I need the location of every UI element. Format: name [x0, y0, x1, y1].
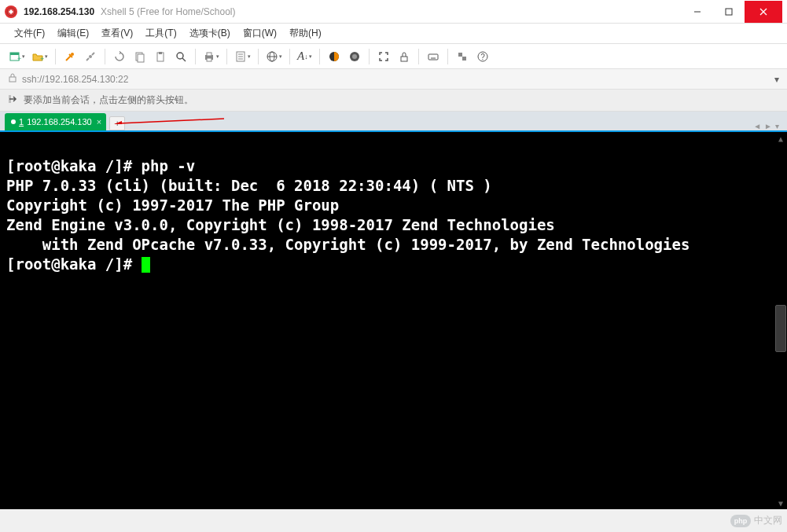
- color-scheme-button[interactable]: [325, 47, 344, 66]
- hosts-button[interactable]: [453, 47, 472, 66]
- paste-button[interactable]: [151, 47, 170, 66]
- disconnect-button[interactable]: [81, 47, 100, 66]
- address-url: ssh://192.168.254.130:22: [22, 74, 128, 85]
- new-session-button[interactable]: +▾: [6, 47, 28, 66]
- hint-text: 要添加当前会话，点击左侧的箭头按钮。: [24, 94, 193, 107]
- svg-point-9: [71, 53, 74, 56]
- globe-button[interactable]: ▾: [263, 47, 285, 66]
- open-folder-button[interactable]: +▾: [29, 47, 50, 66]
- svg-rect-30: [401, 57, 407, 61]
- search-button[interactable]: [171, 47, 190, 66]
- terminal-line: [root@kaka /]# php -v: [6, 157, 195, 174]
- separator: [258, 49, 259, 64]
- separator: [226, 49, 227, 64]
- minimize-button[interactable]: [682, 1, 713, 23]
- app-icon: [5, 6, 17, 18]
- svg-point-10: [89, 55, 92, 58]
- separator: [447, 49, 448, 64]
- maximize-button[interactable]: [713, 1, 745, 23]
- svg-point-15: [177, 53, 183, 59]
- separator: [55, 49, 56, 64]
- hint-arrow-icon[interactable]: [8, 94, 19, 107]
- tabbar: 1 192.168.254.130 × + ◄ ► ▾: [0, 112, 787, 130]
- font-button[interactable]: A↓▾: [295, 47, 314, 66]
- help-button[interactable]: ?: [473, 47, 492, 66]
- separator: [319, 49, 320, 64]
- scroll-thumb[interactable]: [775, 305, 786, 352]
- svg-rect-38: [462, 57, 466, 61]
- svg-text:+: +: [40, 55, 44, 63]
- menu-window[interactable]: 窗口(W): [237, 24, 283, 43]
- separator: [195, 49, 196, 64]
- terminal-line: Zend Engine v3.0.0, Copyright (c) 1998-2…: [6, 216, 555, 233]
- tab-close-icon[interactable]: ×: [97, 117, 101, 127]
- terminal[interactable]: [root@kaka /]# php -v PHP 7.0.33 (cli) (…: [0, 132, 787, 509]
- svg-rect-42: [9, 95, 11, 103]
- scroll-up-icon[interactable]: ▲: [778, 132, 783, 145]
- title-host: 192.168.254.130: [24, 6, 94, 17]
- address-dropdown-icon[interactable]: ▾: [774, 74, 779, 85]
- menu-tools[interactable]: 工具(T): [139, 24, 182, 43]
- terminal-prompt: [root@kaka /]#: [6, 255, 142, 273]
- terminal-line: PHP 7.0.33 (cli) (built: Dec 6 2018 22:3…: [6, 177, 492, 194]
- scroll-down-icon[interactable]: ▼: [778, 497, 783, 509]
- tab-prev-icon[interactable]: ◄: [753, 122, 761, 130]
- watermark-text: 中文网: [754, 514, 782, 527]
- annotation-arrow: [114, 118, 224, 124]
- session-tab[interactable]: 1 192.168.254.130 ×: [5, 113, 106, 130]
- title-app: Xshell 5 (Free for Home/School): [101, 6, 235, 17]
- terminal-line: with Zend OPcache v7.0.33, Copyright (c)…: [6, 236, 690, 253]
- svg-rect-2: [726, 9, 732, 15]
- toolbar: +▾ +▾ ▾ ▾ ▾ A↓▾ ?: [0, 44, 787, 69]
- svg-line-16: [182, 58, 186, 61]
- terminal-line: Copyright (c) 1997-2017 The PHP Group: [6, 196, 339, 214]
- separator: [289, 49, 290, 64]
- theme-button[interactable]: [345, 47, 364, 66]
- separator: [418, 49, 419, 64]
- svg-point-29: [352, 54, 357, 59]
- svg-rect-37: [458, 53, 462, 57]
- titlebar: 192.168.254.130 Xshell 5 (Free for Home/…: [0, 0, 787, 24]
- hintbar: 要添加当前会话，点击左侧的箭头按钮。: [0, 90, 787, 112]
- svg-rect-41: [9, 77, 16, 82]
- svg-rect-12: [138, 54, 144, 62]
- tab-next-icon[interactable]: ►: [764, 122, 772, 130]
- watermark: php 中文网: [730, 514, 782, 527]
- close-button[interactable]: [745, 1, 782, 23]
- fullscreen-button[interactable]: [374, 47, 393, 66]
- tab-number: 1: [19, 117, 24, 127]
- svg-rect-31: [428, 54, 438, 60]
- svg-text:?: ?: [480, 53, 485, 61]
- separator: [105, 49, 105, 64]
- menu-tabs[interactable]: 选项卡(B): [183, 24, 237, 43]
- svg-rect-18: [207, 53, 211, 56]
- reconnect-button[interactable]: [110, 47, 129, 66]
- tab-label: 192.168.254.130: [27, 117, 92, 127]
- menu-help[interactable]: 帮助(H): [283, 24, 328, 43]
- menubar: 文件(F) 编辑(E) 查看(V) 工具(T) 选项卡(B) 窗口(W) 帮助(…: [0, 24, 787, 44]
- lock-button[interactable]: [395, 47, 414, 66]
- menu-view[interactable]: 查看(V): [95, 24, 139, 43]
- separator: [369, 49, 370, 64]
- svg-line-43: [119, 119, 224, 123]
- svg-rect-14: [159, 52, 162, 54]
- keyboard-button[interactable]: [424, 47, 443, 66]
- connect-button[interactable]: [61, 47, 79, 66]
- tab-status-dot: [11, 119, 16, 124]
- properties-button[interactable]: ▾: [232, 47, 253, 66]
- svg-text:+: +: [17, 55, 21, 63]
- new-tab-button[interactable]: +: [109, 116, 125, 130]
- menu-file[interactable]: 文件(F): [8, 24, 51, 43]
- svg-rect-19: [207, 58, 211, 61]
- cursor: [142, 257, 150, 273]
- menu-edit[interactable]: 编辑(E): [51, 24, 95, 43]
- lock-icon: [8, 73, 17, 85]
- copy-button[interactable]: [131, 47, 149, 66]
- terminal-scrollbar[interactable]: ▲ ▼: [774, 132, 787, 509]
- print-button[interactable]: ▾: [200, 47, 222, 66]
- watermark-badge: php: [730, 515, 751, 527]
- addressbar[interactable]: ssh://192.168.254.130:22 ▾: [0, 69, 787, 90]
